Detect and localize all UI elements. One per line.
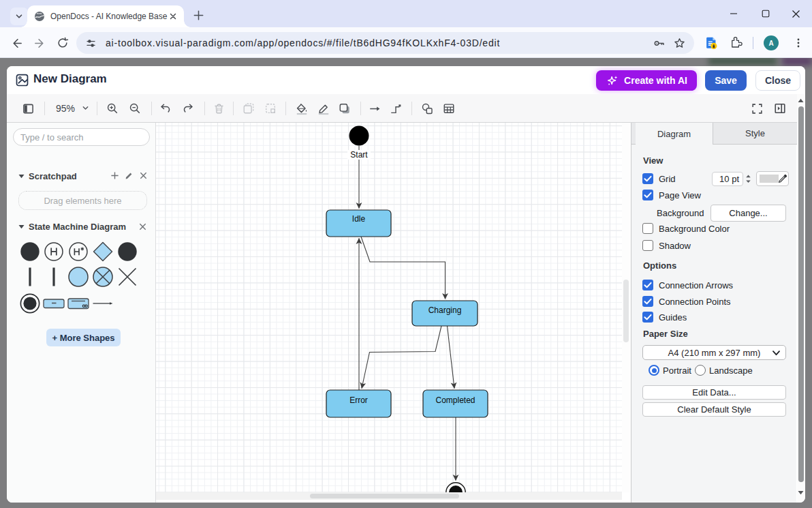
save-button[interactable]: Save xyxy=(705,70,747,91)
copy-button[interactable] xyxy=(243,102,255,115)
toggle-format-panel-button[interactable] xyxy=(774,102,786,115)
node-idle[interactable]: Idle xyxy=(326,210,391,237)
node-error[interactable]: Error xyxy=(326,390,391,417)
tab-diagram[interactable]: Diagram xyxy=(636,123,713,145)
shape-fork-bar[interactable] xyxy=(19,266,41,288)
shadow-label: Shadow xyxy=(659,241,691,251)
edge-charging-error[interactable] xyxy=(362,326,441,389)
scratchpad-edit-icon[interactable] xyxy=(125,171,134,180)
portrait-radio[interactable] xyxy=(649,365,659,376)
scratchpad-close-icon[interactable] xyxy=(139,171,148,180)
shape-initial-state[interactable] xyxy=(19,241,41,263)
window-maximize-button[interactable] xyxy=(751,0,781,27)
tab-style[interactable]: Style xyxy=(713,123,797,145)
shape-deep-history[interactable] xyxy=(67,241,89,263)
canvas-vertical-scrollbar[interactable] xyxy=(622,123,630,492)
reload-button[interactable] xyxy=(54,35,71,51)
zoom-level[interactable]: 95% xyxy=(56,103,75,114)
undo-button[interactable] xyxy=(159,102,172,115)
browser-menu-kebab-icon[interactable] xyxy=(790,35,807,51)
zoom-in-button[interactable] xyxy=(106,102,119,115)
delete-button[interactable] xyxy=(213,102,225,115)
bookmark-star-icon[interactable] xyxy=(671,35,687,51)
window-minimize-button[interactable] xyxy=(719,0,749,27)
edit-data-button[interactable]: Edit Data... xyxy=(642,385,786,400)
edge-idle-charging[interactable] xyxy=(361,237,446,299)
connection-points-checkbox[interactable] xyxy=(642,296,653,307)
tab-close-icon[interactable] xyxy=(168,11,178,22)
docs-offline-icon[interactable] xyxy=(703,35,719,51)
node-completed[interactable]: Completed xyxy=(423,390,488,417)
scratchpad-add-icon[interactable] xyxy=(110,171,119,180)
guides-checkbox[interactable] xyxy=(642,312,653,323)
more-shapes-button[interactable]: + More Shapes xyxy=(46,329,121,346)
diagram-canvas[interactable]: Start Idle Charging Error Completed xyxy=(156,123,622,492)
insert-shape-button[interactable] xyxy=(421,102,433,115)
shape-exit-point[interactable] xyxy=(92,266,114,288)
shape-simple-state[interactable] xyxy=(43,293,65,314)
shape-choice[interactable] xyxy=(92,241,114,263)
landscape-radio[interactable] xyxy=(695,365,706,376)
password-key-icon[interactable] xyxy=(651,35,667,51)
browser-tab[interactable]: OpenDocs - AI Knowledge Base xyxy=(27,5,184,27)
node-charging[interactable]: Charging xyxy=(412,301,478,326)
shape-shallow-history[interactable] xyxy=(43,241,65,263)
site-settings-icon[interactable] xyxy=(82,35,99,51)
create-with-ai-button[interactable]: Create with AI xyxy=(596,70,697,91)
new-tab-button[interactable] xyxy=(191,8,206,23)
line-color-button[interactable] xyxy=(317,102,330,115)
connection-arrows-checkbox[interactable] xyxy=(642,280,653,290)
toggle-shapes-panel-button[interactable] xyxy=(22,102,34,115)
shadow-button[interactable] xyxy=(339,102,351,115)
url-text[interactable]: ai-toolbox.visual-paradigm.com/app/opend… xyxy=(106,38,651,48)
shape-transition[interactable] xyxy=(92,293,114,314)
modal-scroll-thumb[interactable] xyxy=(798,106,804,482)
profile-avatar[interactable]: A xyxy=(764,35,779,50)
node-start[interactable] xyxy=(349,126,369,146)
forward-button[interactable] xyxy=(31,35,48,51)
waypoints-button[interactable] xyxy=(390,102,402,115)
shadow-checkbox[interactable] xyxy=(642,240,653,251)
canvas-vscroll-thumb[interactable] xyxy=(623,280,629,342)
shape-join-bar[interactable] xyxy=(43,266,65,288)
background-change-button[interactable]: Change... xyxy=(710,205,786,222)
grid-size-stepper[interactable] xyxy=(745,173,752,185)
grid-color-button[interactable] xyxy=(756,171,789,186)
insert-table-button[interactable] xyxy=(443,102,455,115)
scroll-up-arrow-icon[interactable] xyxy=(798,98,804,103)
zoom-chevron-down-icon[interactable] xyxy=(82,104,89,112)
scratchpad-section-header[interactable]: Scratchpad xyxy=(18,170,77,182)
connection-button[interactable] xyxy=(369,102,381,115)
fill-color-button[interactable] xyxy=(296,102,308,115)
shape-terminate[interactable] xyxy=(116,266,138,288)
canvas-hscroll-thumb[interactable] xyxy=(310,494,459,498)
paper-size-select[interactable]: A4 (210 mm x 297 mm) xyxy=(642,345,786,360)
state-machine-section-header[interactable]: State Machine Diagram xyxy=(18,221,126,233)
shape-junction[interactable] xyxy=(67,266,89,288)
grid-size-input[interactable]: 10 pt xyxy=(712,172,743,186)
edge-charging-completed[interactable] xyxy=(448,326,455,389)
page-view-checkbox[interactable] xyxy=(642,190,653,200)
background-color-checkbox[interactable] xyxy=(642,223,653,234)
fullscreen-button[interactable] xyxy=(751,102,763,115)
modal-vertical-scrollbar[interactable] xyxy=(797,94,805,503)
node-final[interactable] xyxy=(446,483,465,492)
canvas-horizontal-scrollbar[interactable] xyxy=(156,492,622,500)
shape-composite-state[interactable] xyxy=(67,293,89,314)
back-button[interactable] xyxy=(8,35,25,51)
section-close-icon[interactable] xyxy=(138,222,147,231)
shape-initial-state-2[interactable] xyxy=(116,241,138,263)
clear-default-style-button[interactable]: Clear Default Style xyxy=(642,402,786,417)
zoom-out-button[interactable] xyxy=(129,102,141,115)
redo-button[interactable] xyxy=(182,102,194,115)
extensions-puzzle-icon[interactable] xyxy=(728,35,744,51)
shape-final-state[interactable] xyxy=(19,293,41,314)
scroll-down-arrow-icon[interactable] xyxy=(798,490,804,495)
grid-checkbox[interactable] xyxy=(642,173,653,184)
address-bar[interactable]: ai-toolbox.visual-paradigm.com/app/opend… xyxy=(76,32,694,54)
paste-button[interactable] xyxy=(264,102,277,115)
window-close-button[interactable] xyxy=(781,0,811,27)
scratchpad-dropzone[interactable]: Drag elements here xyxy=(18,191,147,210)
close-button[interactable]: Close xyxy=(755,70,800,91)
shape-search-input[interactable]: Type / to search xyxy=(13,128,150,146)
